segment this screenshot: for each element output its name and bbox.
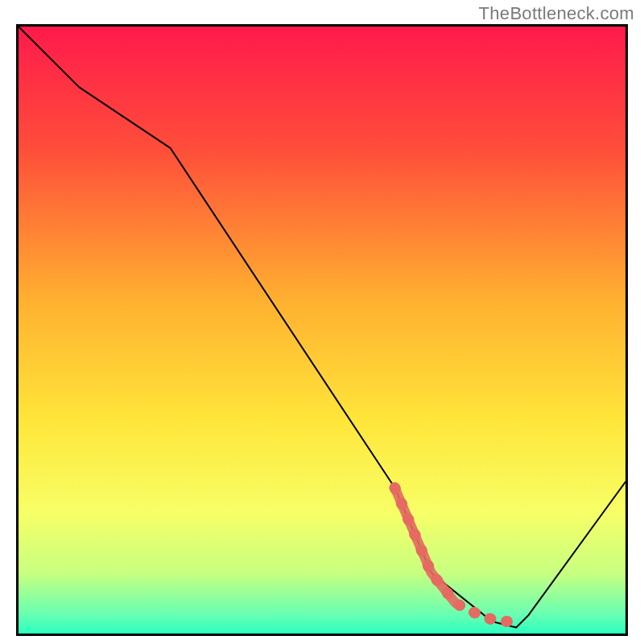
plot-area [16, 24, 628, 636]
curve-overlay [19, 27, 625, 634]
bottleneck-curve [19, 27, 625, 627]
chart-container: TheBottleneck.com [0, 0, 644, 644]
recommended-range-solid [394, 488, 455, 603]
watermark: TheBottleneck.com [479, 3, 634, 24]
